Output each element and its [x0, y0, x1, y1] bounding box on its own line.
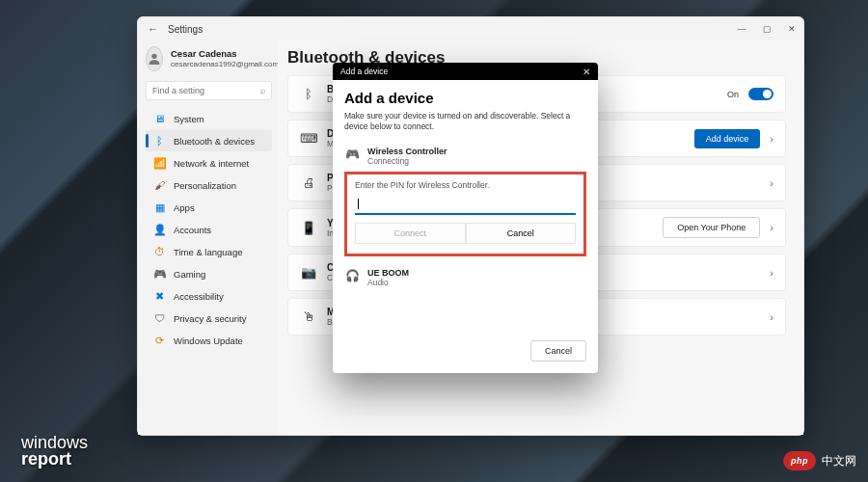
search-box[interactable]: ⌕ [146, 81, 272, 100]
headphones-icon: 🎧 [344, 268, 360, 283]
app-title: Settings [168, 24, 203, 35]
nav-list: 🖥SystemᛒBluetooth & devices📶Network & in… [146, 108, 272, 351]
dialog-bottom-cancel[interactable]: Cancel [530, 340, 586, 362]
camera-icon: 📷 [300, 264, 317, 281]
sidebar-item-personalization[interactable]: 🖌Personalization [146, 174, 272, 196]
text-cursor [358, 199, 359, 209]
dialog-title: Add a device [344, 90, 586, 106]
watermark-windowsreport: windowsreport [21, 435, 88, 468]
nav-label: Privacy & security [174, 313, 247, 324]
bluetooth-toggle[interactable] [748, 88, 773, 100]
printer-icon: 🖨 [300, 174, 317, 192]
person-icon [147, 51, 162, 67]
nav-label: Personalization [174, 180, 236, 191]
nav-icon: 🎮 [153, 268, 166, 281]
nav-label: Accounts [174, 225, 211, 235]
sidebar-item-gaming[interactable]: 🎮Gaming [146, 263, 272, 284]
mouse-icon: 🖱 [300, 308, 317, 326]
device-name: Wireless Controller [367, 147, 447, 156]
watermark-php: php 中文网 [783, 451, 856, 470]
profile-block[interactable]: Cesar Cadenas cesarcadenas1992@gmail.com [146, 46, 272, 71]
chevron-right-icon: › [770, 267, 773, 279]
device-entry-controller[interactable]: 🎮 Wireless Controller Connecting [344, 147, 586, 166]
sidebar-item-network-internet[interactable]: 📶Network & internet [146, 152, 272, 174]
back-button[interactable]: ← [148, 23, 158, 35]
sidebar-item-apps[interactable]: ▦Apps [146, 197, 272, 218]
dialog-close-icon[interactable]: ✕ [583, 67, 590, 77]
chevron-right-icon: › [770, 177, 773, 189]
maximize-button[interactable]: ▢ [761, 24, 773, 34]
device-status: Audio [367, 278, 409, 287]
nav-label: Time & language [174, 247, 242, 257]
device-entry-ueboom[interactable]: 🎧 UE BOOM Audio [344, 268, 586, 287]
phone-icon: 📱 [300, 219, 317, 236]
bluetooth-icon: ᛒ [300, 86, 317, 103]
sidebar-item-windows-update[interactable]: ⟳Windows Update [146, 330, 272, 351]
nav-icon: ✖ [153, 290, 166, 303]
connect-button: Connect [355, 223, 466, 244]
sidebar-item-accessibility[interactable]: ✖Accessibility [146, 285, 272, 307]
nav-label: Windows Update [174, 335, 243, 346]
pin-prompt: Enter the PIN for Wireless Controller. [355, 180, 576, 190]
search-icon: ⌕ [260, 86, 265, 95]
nav-icon: 🛡 [153, 312, 166, 325]
search-input[interactable] [152, 86, 260, 95]
svg-point-0 [151, 54, 156, 59]
sidebar-item-bluetooth-devices[interactable]: ᛒBluetooth & devices [146, 130, 272, 151]
close-button[interactable]: ✕ [786, 24, 798, 34]
sidebar-item-system[interactable]: 🖥System [146, 108, 272, 129]
add-device-dialog: Add a device ✕ Add a device Make sure yo… [333, 63, 598, 373]
sidebar-item-privacy-security[interactable]: 🛡Privacy & security [146, 308, 272, 329]
sidebar-item-accounts[interactable]: 👤Accounts [146, 219, 272, 240]
titlebar: ← Settings — ▢ ✕ [138, 17, 803, 40]
nav-label: Network & internet [174, 158, 249, 169]
nav-label: Apps [174, 202, 195, 213]
dialog-header: Add a device ✕ [333, 63, 598, 80]
chevron-right-icon: › [770, 311, 773, 323]
nav-icon: 📶 [153, 157, 166, 170]
php-badge: php [783, 451, 816, 470]
open-phone-button[interactable]: Open Your Phone [663, 217, 760, 238]
sidebar: Cesar Cadenas cesarcadenas1992@gmail.com… [138, 40, 278, 435]
nav-label: Gaming [174, 269, 205, 280]
pin-entry-highlight: Enter the PIN for Wireless Controller. C… [344, 172, 586, 257]
controller-icon: 🎮 [344, 147, 360, 162]
profile-email: cesarcadenas1992@gmail.com [171, 60, 279, 68]
nav-label: Accessibility [174, 291, 224, 302]
toggle-label: On [727, 90, 739, 99]
devices-icon: ⌨ [300, 130, 317, 147]
chevron-right-icon: › [770, 222, 773, 233]
nav-icon: 🖥 [153, 113, 166, 125]
nav-icon: ⏱ [153, 246, 166, 258]
nav-icon: 👤 [153, 224, 166, 236]
profile-name: Cesar Cadenas [171, 49, 279, 59]
add-device-button[interactable]: Add device [694, 129, 761, 148]
device-status: Connecting [367, 156, 447, 166]
dialog-header-title: Add a device [340, 67, 388, 76]
php-text: 中文网 [822, 453, 856, 469]
nav-icon: ᛒ [153, 135, 166, 147]
nav-label: Bluetooth & devices [174, 136, 255, 147]
nav-label: System [174, 114, 204, 124]
chevron-right-icon: › [770, 133, 773, 145]
cancel-button[interactable]: Cancel [466, 223, 577, 244]
nav-icon: ⟳ [153, 335, 166, 347]
avatar [146, 46, 163, 71]
dialog-subtitle: Make sure your device is turned on and d… [344, 111, 586, 133]
sidebar-item-time-language[interactable]: ⏱Time & language [146, 241, 272, 262]
nav-icon: 🖌 [153, 179, 166, 192]
pin-input[interactable] [355, 198, 576, 215]
minimize-button[interactable]: — [736, 24, 747, 34]
nav-icon: ▦ [153, 201, 166, 214]
device-name: UE BOOM [367, 268, 409, 278]
